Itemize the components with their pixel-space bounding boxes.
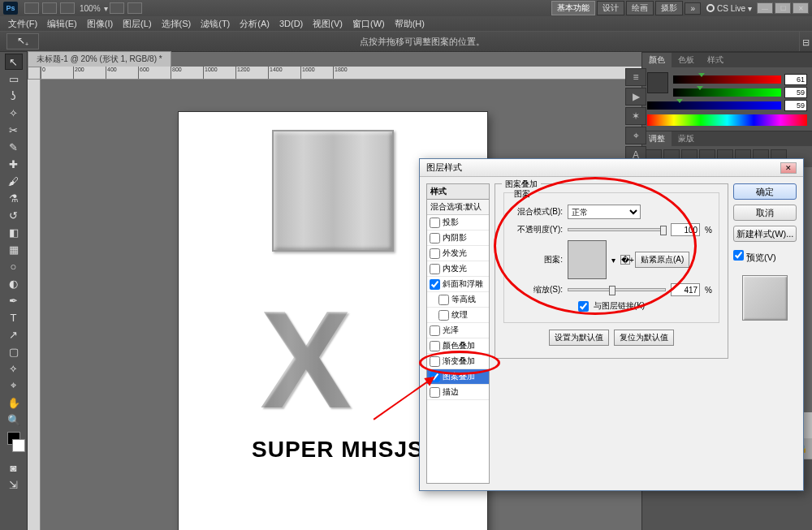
cancel-button[interactable]: 取消 bbox=[733, 205, 797, 221]
path-select-tool[interactable]: ↗ bbox=[5, 326, 23, 343]
zoom-level[interactable]: 100% bbox=[80, 4, 101, 13]
style-checkbox-0[interactable] bbox=[430, 218, 440, 228]
opacity-input[interactable] bbox=[671, 223, 700, 236]
menu-filter[interactable]: 滤镜(T) bbox=[196, 18, 235, 30]
healing-tool[interactable]: ✚ bbox=[5, 156, 23, 172]
spectrum-bar[interactable] bbox=[647, 114, 807, 126]
ok-button[interactable]: 确定 bbox=[733, 183, 797, 200]
ruler-vertical[interactable] bbox=[28, 80, 41, 530]
pattern-dropdown-icon[interactable]: ▾ bbox=[611, 256, 615, 265]
style-item-9[interactable]: 渐变叠加 bbox=[427, 354, 489, 369]
style-checkbox-5[interactable] bbox=[438, 295, 449, 305]
menu-file[interactable]: 文件(F) bbox=[3, 18, 42, 30]
style-checkbox-8[interactable] bbox=[430, 341, 440, 351]
blend-mode-select[interactable]: 正常 bbox=[568, 205, 641, 219]
3d-tool[interactable]: ⟡ bbox=[5, 360, 23, 377]
viewmode-icon[interactable] bbox=[60, 2, 75, 14]
link-checkbox[interactable] bbox=[578, 301, 589, 312]
menu-help[interactable]: 帮助(H) bbox=[390, 18, 430, 30]
clone-icon[interactable]: ⌖ bbox=[625, 127, 646, 144]
slider-r[interactable] bbox=[673, 75, 781, 84]
style-checkbox-11[interactable] bbox=[430, 387, 440, 398]
style-item-1[interactable]: 内阴影 bbox=[427, 231, 489, 246]
eyedropper-tool[interactable]: ✎ bbox=[5, 139, 23, 155]
pen-tool[interactable]: ✒ bbox=[5, 292, 23, 308]
make-default-button[interactable]: 设置为默认值 bbox=[549, 330, 609, 346]
workspace-primary[interactable]: 基本功能 bbox=[551, 1, 595, 15]
zoom-tool[interactable]: 🔍 bbox=[5, 412, 23, 428]
slider-g[interactable] bbox=[673, 88, 781, 97]
dialog-close-button[interactable]: ✕ bbox=[780, 162, 797, 174]
screen-icon[interactable] bbox=[127, 2, 142, 14]
gradient-tool[interactable]: ▦ bbox=[5, 241, 23, 257]
close-button[interactable]: ✕ bbox=[793, 2, 809, 14]
style-item-3[interactable]: 内发光 bbox=[427, 261, 489, 277]
style-item-11[interactable]: 描边 bbox=[427, 385, 489, 400]
blur-tool[interactable]: ○ bbox=[5, 258, 23, 274]
color-swatch[interactable] bbox=[647, 72, 668, 93]
tab-styles[interactable]: 样式 bbox=[701, 53, 730, 67]
screenmode-tool[interactable]: ⇲ bbox=[5, 476, 23, 493]
menu-window[interactable]: 窗口(W) bbox=[348, 18, 390, 30]
style-checkbox-4[interactable] bbox=[430, 279, 440, 290]
3d-camera-tool[interactable]: ⌖ bbox=[5, 377, 23, 394]
tool-indicator[interactable]: ↖+ bbox=[6, 33, 39, 50]
workspace-painting[interactable]: 绘画 bbox=[626, 1, 654, 15]
menu-edit[interactable]: 编辑(E) bbox=[42, 18, 82, 30]
menu-view[interactable]: 视图(V) bbox=[308, 18, 348, 30]
brush-tool[interactable]: 🖌 bbox=[5, 173, 23, 189]
actions-icon[interactable]: ▶ bbox=[625, 88, 646, 106]
slider-b[interactable] bbox=[647, 101, 781, 110]
menu-analysis[interactable]: 分析(A) bbox=[235, 18, 274, 30]
input-g[interactable] bbox=[784, 87, 807, 98]
style-item-2[interactable]: 外发光 bbox=[427, 246, 489, 261]
pattern-swatch[interactable] bbox=[568, 240, 607, 279]
shape-tool[interactable]: ▢ bbox=[5, 343, 23, 360]
menu-image[interactable]: 图像(I) bbox=[82, 18, 118, 30]
style-item-4[interactable]: 斜面和浮雕 bbox=[427, 277, 489, 292]
opacity-slider[interactable] bbox=[568, 228, 666, 231]
workspace-design[interactable]: 设计 bbox=[597, 1, 624, 15]
maximize-button[interactable]: ☐ bbox=[775, 2, 791, 14]
new-style-button[interactable]: 新建样式(W)... bbox=[733, 226, 797, 242]
style-item-0[interactable]: 投影 bbox=[427, 215, 489, 231]
arrange-icon[interactable] bbox=[110, 2, 124, 14]
hand-tool[interactable]: ✋ bbox=[5, 394, 23, 411]
new-preset-icon[interactable]: �+ bbox=[620, 255, 630, 265]
input-r[interactable] bbox=[784, 74, 807, 85]
dialog-titlebar[interactable]: 图层样式 ✕ bbox=[420, 159, 803, 177]
tab-masks[interactable]: 蒙版 bbox=[672, 131, 701, 146]
menu-layer[interactable]: 图层(L) bbox=[118, 18, 156, 30]
eraser-tool[interactable]: ◧ bbox=[5, 224, 23, 240]
blend-options[interactable]: 混合选项:默认 bbox=[427, 200, 489, 215]
background-swatch[interactable] bbox=[12, 439, 25, 452]
history-icon[interactable]: ≡ bbox=[625, 68, 646, 86]
style-checkbox-7[interactable] bbox=[430, 325, 440, 336]
bridge-icon[interactable] bbox=[24, 2, 39, 14]
style-item-6[interactable]: 纹理 bbox=[427, 308, 489, 323]
style-checkbox-10[interactable] bbox=[430, 372, 440, 382]
collapse-panels-icon[interactable]: ⊟ bbox=[799, 32, 812, 51]
style-checkbox-6[interactable] bbox=[438, 310, 449, 321]
minimize-button[interactable]: — bbox=[757, 2, 773, 14]
scale-input[interactable] bbox=[671, 283, 700, 296]
style-checkbox-3[interactable] bbox=[430, 264, 440, 274]
crop-tool[interactable]: ✂ bbox=[5, 122, 23, 138]
marquee-tool[interactable]: ▭ bbox=[5, 71, 23, 87]
style-checkbox-9[interactable] bbox=[430, 356, 440, 367]
input-b[interactable] bbox=[784, 100, 807, 111]
quickmask-tool[interactable]: ◙ bbox=[5, 459, 23, 476]
style-checkbox-2[interactable] bbox=[430, 248, 440, 259]
brush-preset-icon[interactable]: ✶ bbox=[625, 107, 646, 125]
minibridge-icon[interactable] bbox=[42, 2, 57, 14]
snap-origin-button[interactable]: 贴紧原点(A) bbox=[635, 252, 689, 268]
ruler-horizontal[interactable]: 020040060080010001200140016001800 bbox=[41, 67, 641, 80]
scale-slider[interactable] bbox=[568, 288, 666, 291]
styles-header[interactable]: 样式 bbox=[427, 184, 489, 200]
menu-3d[interactable]: 3D(D) bbox=[274, 19, 308, 28]
style-item-5[interactable]: 等高线 bbox=[427, 292, 489, 308]
cs-live[interactable]: CS Live▾ bbox=[706, 4, 752, 13]
preview-checkbox[interactable] bbox=[733, 250, 744, 261]
menu-select[interactable]: 选择(S) bbox=[157, 18, 197, 30]
magic-wand-tool[interactable]: ✧ bbox=[5, 105, 23, 121]
